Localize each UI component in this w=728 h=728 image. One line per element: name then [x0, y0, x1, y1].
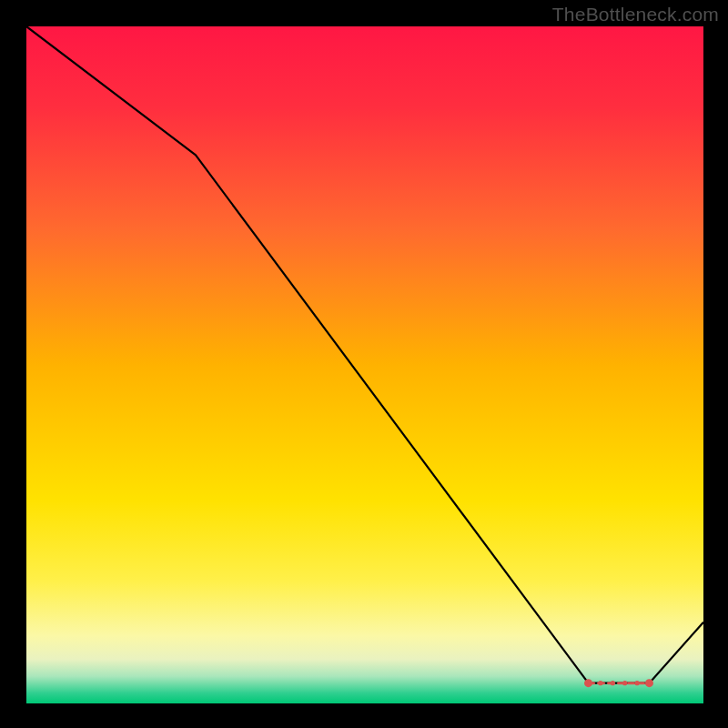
svg-point-1	[584, 679, 592, 687]
svg-point-3	[598, 681, 602, 685]
chart-plot-area	[26, 26, 703, 703]
svg-point-2	[645, 679, 653, 687]
chart-background	[26, 26, 703, 703]
svg-point-6	[634, 681, 639, 685]
svg-point-5	[622, 681, 627, 685]
watermark-label: TheBottleneck.com	[552, 4, 719, 25]
chart-frame: TheBottleneck.com	[0, 0, 728, 728]
svg-point-4	[611, 681, 615, 685]
chart-svg	[26, 26, 703, 703]
